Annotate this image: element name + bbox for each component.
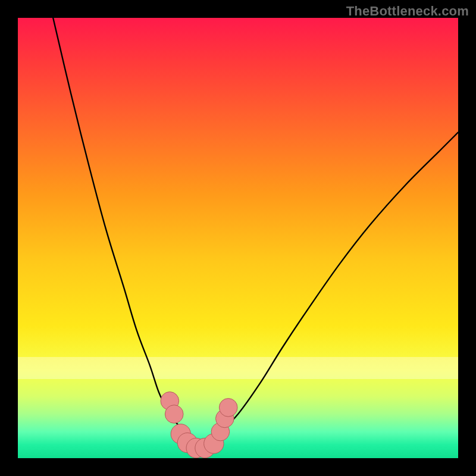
- watermark-text: TheBottleneck.com: [346, 4, 469, 19]
- chart-frame: TheBottleneck.com: [0, 0, 476, 476]
- chart-svg: [18, 18, 458, 458]
- data-marker: [165, 405, 183, 424]
- left-curve: [53, 18, 185, 432]
- plot-area: [18, 18, 458, 458]
- markers-group: [161, 392, 237, 458]
- right-curve: [220, 132, 458, 431]
- data-marker: [219, 399, 237, 417]
